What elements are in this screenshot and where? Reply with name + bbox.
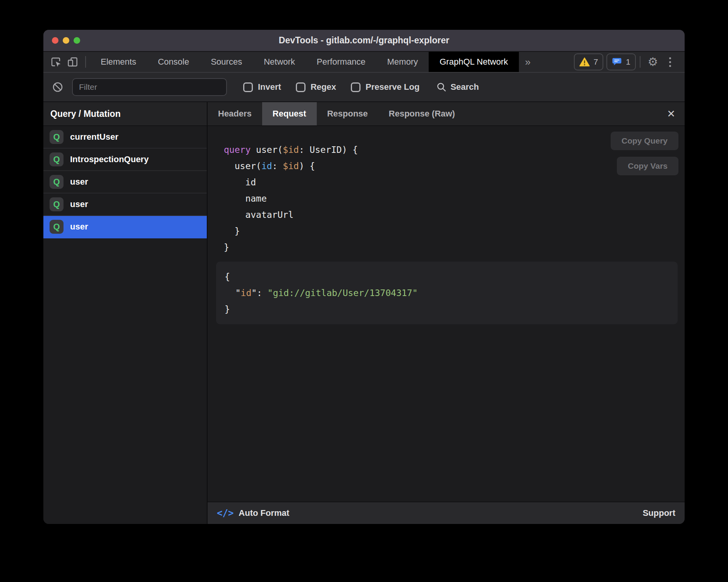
zoom-window-button[interactable] (74, 37, 80, 44)
title-bar: DevTools - gitlab.com/-/graphql-explorer (43, 30, 685, 52)
message-icon (612, 57, 622, 67)
code-line: "id": "gid://gitlab/User/13704317" (225, 285, 669, 301)
close-window-button[interactable] (52, 37, 58, 44)
checkbox-preserve-log[interactable]: Preserve Log (351, 82, 419, 92)
message-count: 1 (626, 57, 630, 67)
query-sidebar: Query / Mutation QcurrentUserQIntrospect… (43, 102, 208, 524)
devtools-tab-strip: ElementsConsoleSourcesNetworkPerformance… (90, 52, 519, 72)
query-item-label: IntrospectionQuery (70, 154, 149, 164)
query-item-label: user (70, 222, 88, 232)
more-tabs-button[interactable]: » (519, 56, 537, 68)
devtools-tab-memory[interactable]: Memory (376, 52, 429, 72)
window-title: DevTools - gitlab.com/-/graphql-explorer (43, 35, 685, 46)
checkbox-box[interactable] (243, 82, 253, 92)
devtools-tab-elements[interactable]: Elements (90, 52, 147, 72)
request-tab-request[interactable]: Request (262, 102, 317, 125)
copy-query-button[interactable]: Copy Query (611, 132, 678, 150)
code-line: avatarUrl (224, 207, 685, 223)
query-list: QcurrentUserQIntrospectionQueryQuserQuse… (43, 126, 207, 524)
traffic-lights (52, 30, 80, 51)
checkbox-label: Invert (258, 82, 281, 92)
search-icon (436, 82, 446, 92)
query-list-item-introspectionquery[interactable]: QIntrospectionQuery (43, 149, 207, 171)
device-toolbar-icon (67, 56, 79, 68)
copy-buttons: Copy Query Copy Vars (611, 132, 678, 175)
settings-button[interactable]: ⚙ (644, 53, 661, 70)
request-tab-response[interactable]: Response (317, 102, 378, 125)
warnings-button[interactable]: 7 (574, 53, 604, 70)
search-button[interactable]: Search (436, 82, 479, 92)
inspect-cursor-icon (50, 56, 62, 68)
close-panel-button[interactable]: ✕ (667, 109, 675, 119)
query-list-item-user[interactable]: Quser (43, 171, 207, 193)
checkbox-label: Regex (311, 82, 336, 92)
devtools-toolbar: ElementsConsoleSourcesNetworkPerformance… (43, 52, 685, 73)
warning-count: 7 (594, 57, 598, 67)
query-item-label: user (70, 177, 88, 187)
kebab-menu-icon (664, 57, 676, 67)
code-line: } (224, 223, 685, 239)
customize-menu-button[interactable] (661, 53, 678, 70)
minimize-window-button[interactable] (63, 37, 69, 44)
inspect-element-button[interactable] (47, 53, 64, 70)
support-link[interactable]: Support (643, 508, 675, 518)
code-line: id (224, 174, 685, 190)
query-type-badge: Q (50, 197, 64, 211)
checkbox-label: Preserve Log (366, 82, 419, 92)
code-line: } (224, 239, 685, 255)
query-list-item-currentuser[interactable]: QcurrentUser (43, 126, 207, 149)
status-badges: 7 1 (574, 53, 636, 70)
main-content: Query / Mutation QcurrentUserQIntrospect… (43, 102, 685, 524)
filter-options: InvertRegexPreserve Log (243, 82, 419, 92)
devtools-tab-sources[interactable]: Sources (200, 52, 253, 72)
devtools-tab-graphql-network[interactable]: GraphQL Network (429, 52, 519, 72)
code-format-icon: </> (217, 508, 234, 519)
query-type-badge: Q (50, 175, 64, 189)
device-toolbar-button[interactable] (64, 53, 81, 70)
code-line: name (224, 190, 685, 207)
devtools-tab-network[interactable]: Network (253, 52, 306, 72)
request-detail-panel: HeadersRequestResponseResponse (Raw) ✕ C… (208, 102, 685, 524)
code-line: } (225, 301, 669, 317)
gear-icon: ⚙ (648, 56, 658, 68)
request-tab-response-raw[interactable]: Response (Raw) (378, 102, 465, 125)
warning-icon (579, 57, 590, 67)
request-detail-tabs: HeadersRequestResponseResponse (Raw) ✕ (208, 102, 685, 126)
query-type-badge: Q (50, 130, 64, 144)
toolbar-divider (85, 56, 86, 68)
devtools-tab-performance[interactable]: Performance (306, 52, 376, 72)
query-list-item-user[interactable]: Quser (43, 216, 207, 238)
issues-button[interactable]: 1 (606, 53, 636, 70)
request-body: Copy Query Copy Vars query user($id: Use… (208, 126, 685, 502)
network-filter-bar: InvertRegexPreserve Log Search (43, 73, 685, 102)
clear-requests-button[interactable] (52, 81, 64, 93)
block-icon (52, 81, 64, 93)
code-line: { (225, 269, 669, 285)
toolbar-divider (640, 56, 640, 68)
devtools-window: DevTools - gitlab.com/-/graphql-explorer… (43, 30, 685, 524)
devtools-tab-console[interactable]: Console (147, 52, 200, 72)
query-item-label: currentUser (70, 132, 118, 142)
request-tab-strip: HeadersRequestResponseResponse (Raw) (208, 102, 465, 125)
panel-footer: </> Auto Format Support (208, 502, 685, 524)
query-type-badge: Q (50, 152, 64, 166)
checkbox-box[interactable] (296, 82, 306, 92)
checkbox-regex[interactable]: Regex (296, 82, 336, 92)
checkbox-invert[interactable]: Invert (243, 82, 281, 92)
sidebar-header: Query / Mutation (43, 102, 207, 126)
checkbox-box[interactable] (351, 82, 361, 92)
query-item-label: user (70, 199, 88, 209)
auto-format-button[interactable]: </> Auto Format (217, 508, 289, 519)
auto-format-label: Auto Format (239, 508, 289, 518)
query-type-badge: Q (50, 220, 64, 234)
query-list-item-user[interactable]: Quser (43, 193, 207, 216)
request-tab-headers[interactable]: Headers (208, 102, 262, 125)
search-label: Search (450, 82, 479, 92)
filter-input[interactable] (72, 78, 227, 96)
graphql-variables-block: { "id": "gid://gitlab/User/13704317"} (216, 262, 678, 324)
copy-vars-button[interactable]: Copy Vars (617, 157, 678, 175)
